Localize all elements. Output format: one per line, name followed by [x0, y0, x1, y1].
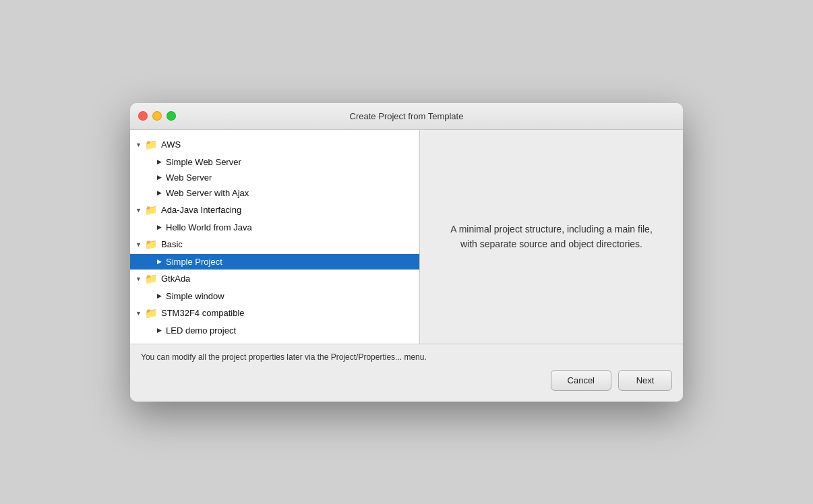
item-label-simple-web-server: Simple Web Server	[166, 157, 241, 167]
next-button[interactable]: Next	[618, 370, 672, 391]
group-ada-java[interactable]: ▼ 📁 Ada-Java Interfacing	[130, 201, 419, 220]
list-item-simple-web-server[interactable]: ▶ Simple Web Server	[130, 154, 419, 170]
group-basic[interactable]: ▼ 📁 Basic	[130, 235, 419, 254]
minimize-button[interactable]	[152, 111, 162, 121]
maximize-button[interactable]	[167, 111, 176, 121]
item-label-led-demo: LED demo project	[166, 325, 236, 336]
title-bar: Create Project from Template	[130, 103, 683, 130]
folder-icon: 📁	[145, 273, 158, 285]
footer-buttons: Cancel Next	[141, 370, 672, 391]
list-item-simple-window[interactable]: ▶ Simple window	[130, 288, 419, 304]
group-basic-label: Basic	[161, 239, 183, 249]
chevron-down-icon: ▼	[136, 241, 142, 248]
folder-icon: 📁	[145, 204, 158, 216]
tree-panel[interactable]: ▼ 📁 AWS ▶ Simple Web Server ▶ Web Server…	[130, 130, 420, 344]
group-aws[interactable]: ▼ 📁 AWS	[130, 135, 419, 154]
group-gtkada-label: GtkAda	[161, 274, 190, 284]
chevron-down-icon: ▼	[136, 207, 142, 214]
group-aws-label: AWS	[161, 139, 181, 150]
folder-icon: 📁	[145, 307, 158, 319]
dialog-body: ▼ 📁 AWS ▶ Simple Web Server ▶ Web Server…	[130, 130, 683, 344]
footer-hint: You can modify all the project propertie…	[141, 352, 672, 362]
list-item-web-server[interactable]: ▶ Web Server	[130, 170, 419, 185]
chevron-down-icon: ▼	[136, 310, 142, 317]
item-label-hello-world-java: Hello World from Java	[166, 222, 252, 232]
play-icon: ▶	[157, 158, 162, 165]
cancel-button[interactable]: Cancel	[551, 370, 611, 391]
list-item-web-server-ajax[interactable]: ▶ Web Server with Ajax	[130, 185, 419, 201]
close-button[interactable]	[138, 111, 148, 121]
play-icon: ▶	[157, 292, 162, 299]
play-icon: ▶	[157, 258, 162, 265]
group-stm32f4-label: STM32F4 compatible	[161, 308, 245, 318]
play-icon: ▶	[157, 174, 162, 181]
list-item-hello-world-java[interactable]: ▶ Hello World from Java	[130, 220, 419, 235]
folder-icon: 📁	[145, 239, 158, 251]
list-item-led-demo[interactable]: ▶ LED demo project	[130, 323, 419, 338]
item-label-web-server: Web Server	[166, 172, 212, 183]
list-item-simple-project[interactable]: ▶ Simple Project	[130, 254, 419, 270]
item-label-simple-window: Simple window	[166, 291, 224, 301]
play-icon: ▶	[157, 327, 162, 334]
create-project-dialog: Create Project from Template ▼ 📁 AWS ▶ S…	[130, 103, 683, 402]
detail-description: A minimal project structure, including a…	[444, 222, 659, 252]
detail-panel: A minimal project structure, including a…	[420, 130, 683, 344]
chevron-down-icon: ▼	[136, 276, 142, 282]
play-icon: ▶	[157, 189, 162, 196]
dialog-title: Create Project from Template	[350, 111, 464, 121]
play-icon: ▶	[157, 224, 162, 230]
folder-icon: 📁	[145, 139, 158, 151]
group-stm32f4[interactable]: ▼ 📁 STM32F4 compatible	[130, 304, 419, 323]
item-label-web-server-ajax: Web Server with Ajax	[166, 188, 249, 198]
group-gtkada[interactable]: ▼ 📁 GtkAda	[130, 270, 419, 288]
group-ada-java-label: Ada-Java Interfacing	[161, 205, 241, 215]
item-label-simple-project: Simple Project	[166, 257, 222, 267]
traffic-lights	[138, 111, 176, 121]
footer: You can modify all the project propertie…	[130, 344, 683, 402]
chevron-down-icon: ▼	[136, 141, 142, 148]
